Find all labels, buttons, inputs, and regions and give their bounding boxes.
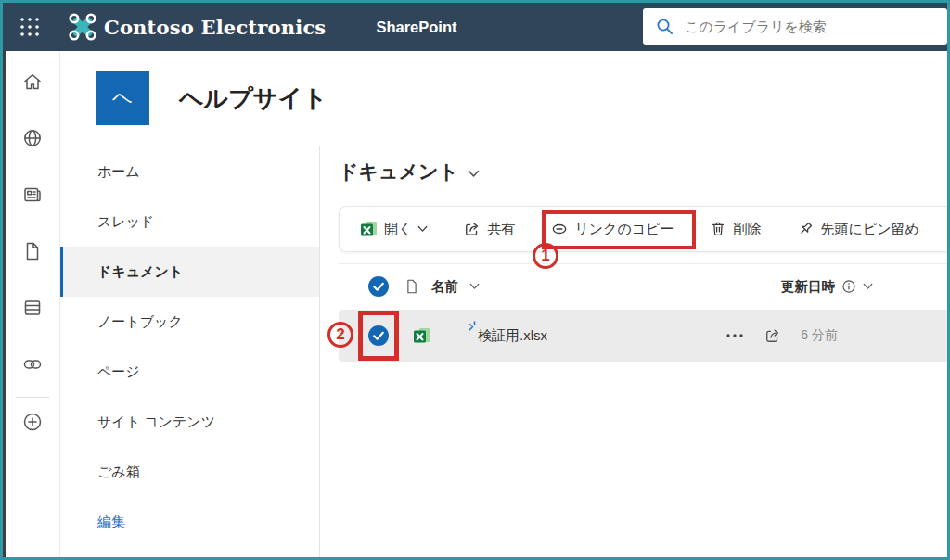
nav-item-label: 編集 [97, 514, 125, 531]
home-icon [21, 70, 44, 93]
file-name-cell[interactable]: 検証用.xlsx [478, 327, 547, 345]
more-options-icon[interactable] [725, 327, 745, 344]
rail-add-button[interactable] [21, 411, 44, 433]
list-icon [21, 297, 44, 319]
news-icon [21, 184, 44, 206]
file-row[interactable]: 検証用.xlsx 6 分前 [339, 310, 947, 362]
search-box[interactable] [643, 8, 947, 45]
pin-button-label: 先頭にピン留め [820, 221, 918, 238]
nav-item-site-contents[interactable]: サイト コンテンツ [60, 397, 319, 447]
copy-link-button[interactable]: リンクのコピー [550, 220, 674, 238]
row-share-icon[interactable] [764, 326, 782, 345]
new-item-glint-icon [467, 320, 480, 333]
delete-button-label: 削除 [733, 221, 761, 238]
waffle-icon [18, 15, 42, 39]
site-logo[interactable]: ヘ [96, 71, 149, 125]
site-logo-letter: ヘ [112, 84, 134, 112]
copy-link-button-label: リンクのコピー [574, 221, 674, 238]
library-heading[interactable]: ドキュメント [339, 159, 480, 185]
share-button-label: 共有 [487, 221, 515, 238]
app-rail [3, 51, 60, 557]
contoso-logo-icon [68, 12, 97, 42]
nav-item-home[interactable]: ホーム [60, 146, 319, 197]
chevron-down-icon [468, 170, 480, 178]
rail-lists-button[interactable] [21, 297, 44, 319]
pin-button[interactable]: 先頭にピン留め [796, 220, 918, 238]
add-icon [21, 411, 44, 433]
column-header-modified[interactable]: 更新日時 [781, 278, 835, 296]
product-name[interactable]: SharePoint [376, 19, 456, 36]
app-launcher-icon[interactable] [16, 13, 44, 41]
globe-icon [21, 127, 44, 149]
brand[interactable]: Contoso Electronics [68, 12, 326, 42]
rail-home-button[interactable] [21, 70, 44, 93]
search-input[interactable] [685, 19, 917, 34]
nav-item-label: ページ [97, 363, 140, 381]
delete-button[interactable]: 削除 [709, 220, 761, 238]
modified-time: 6 分前 [801, 327, 838, 344]
open-button-label: 開く [384, 221, 412, 238]
file-name: 検証用.xlsx [478, 327, 547, 343]
nav-item-label: ごみ箱 [97, 464, 140, 481]
rail-news-button[interactable] [21, 184, 44, 206]
share-button[interactable]: 共有 [463, 220, 515, 238]
select-all-checkbox[interactable] [368, 276, 389, 297]
nav-item-thread[interactable]: スレッド [60, 197, 319, 247]
excel-icon [360, 220, 379, 238]
open-button[interactable]: 開く [360, 220, 428, 238]
rail-globe-button[interactable] [21, 127, 44, 149]
suite-header: Contoso Electronics SharePoint [3, 3, 947, 51]
chevron-down-icon[interactable] [469, 283, 480, 290]
share-icon [463, 220, 481, 238]
app-window: Contoso Electronics SharePoint [0, 0, 950, 560]
nav-item-label: ドキュメント [97, 263, 183, 281]
nav-item-pages[interactable]: ページ [60, 347, 319, 397]
column-header-name[interactable]: 名前 [431, 278, 458, 296]
file-type-column-icon[interactable] [404, 278, 420, 295]
nav-item-notebook[interactable]: ノートブック [60, 297, 319, 347]
chevron-down-icon[interactable] [863, 283, 873, 290]
nav-item-documents[interactable]: ドキュメント [60, 247, 319, 297]
nav-item-label: サイト コンテンツ [97, 414, 215, 431]
rail-loop-button[interactable] [21, 353, 44, 375]
nav-item-label: スレッド [97, 213, 154, 231]
nav-item-label: ホーム [97, 163, 140, 181]
site-nav: ホーム スレッド ドキュメント ノートブック ページ サイト コンテンツ ごみ箱… [60, 146, 320, 557]
library-content: ドキュメント 開く [320, 146, 947, 557]
excel-file-icon [413, 326, 431, 345]
command-bar: 開く 共有 リンクのコピー [339, 206, 947, 252]
nav-item-label: ノートブック [97, 313, 183, 331]
info-icon[interactable] [841, 279, 856, 294]
copy-link-icon [550, 220, 569, 238]
loop-icon [21, 353, 44, 375]
pin-icon [796, 220, 815, 238]
nav-item-recycle-bin[interactable]: ごみ箱 [60, 447, 319, 497]
search-icon [656, 18, 674, 35]
chevron-down-icon [417, 225, 428, 233]
nav-item-edit[interactable]: 編集 [60, 497, 319, 547]
site-title: ヘルプサイト [179, 83, 327, 115]
page-icon [21, 240, 44, 262]
row-checkbox[interactable] [368, 325, 389, 346]
library-title: ドキュメント [339, 159, 458, 185]
rail-pages-button[interactable] [21, 240, 44, 262]
site-header: ヘ ヘルプサイト [60, 51, 947, 146]
list-header-row: 名前 更新日時 [339, 264, 947, 309]
trash-icon [709, 220, 727, 238]
rail-divider [16, 397, 49, 398]
brand-name: Contoso Electronics [104, 16, 326, 39]
